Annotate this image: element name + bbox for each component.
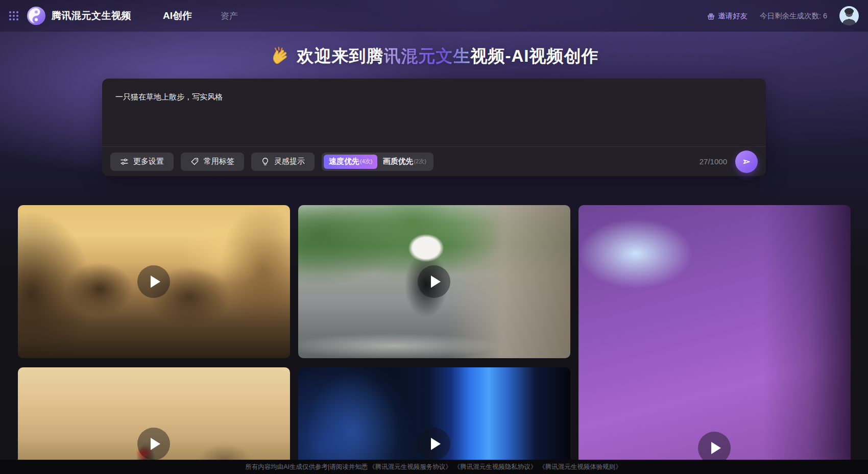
- composer-controls: 更多设置 常用标签 灵感提示: [102, 146, 766, 176]
- play-button[interactable]: [137, 428, 170, 460]
- user-avatar[interactable]: [839, 6, 859, 26]
- play-icon: [431, 276, 441, 288]
- gallery-column-1: [18, 205, 290, 474]
- common-tags-button[interactable]: 常用标签: [181, 153, 244, 171]
- play-icon: [151, 276, 160, 288]
- prompt-composer-panel: 一只猫在草地上散步，写实风格 更多设置 常用标签: [102, 79, 766, 176]
- nav-tabs: AI创作 资产: [163, 9, 238, 22]
- gift-icon: [707, 12, 715, 20]
- video-card-figure-room-girl[interactable]: [578, 205, 851, 474]
- video-card-panda-bicycle[interactable]: [298, 205, 570, 358]
- mode-quality-label: 画质优先: [382, 157, 413, 166]
- generation-mode-toggle: 速度优先 (4次) 画质优先 (2次): [322, 153, 433, 171]
- char-counter: 27/1000: [700, 157, 727, 166]
- footer-disclaimer: 所有内容均由AI生成仅供参考|请阅读并知悉 《腾讯混元生视频服务协议》 《腾讯混…: [0, 460, 868, 474]
- play-icon: [431, 438, 441, 450]
- play-overlay: [298, 367, 570, 474]
- invite-friends-button[interactable]: 邀请好友: [707, 11, 748, 21]
- title-suffix: 视频-AI视频创作: [471, 46, 599, 65]
- mode-speed-count: (4次): [360, 158, 372, 165]
- hero-title-row: 欢迎来到腾讯混元文生视频-AI视频创作: [0, 44, 868, 68]
- hunyuan-logo-icon: [27, 6, 46, 26]
- play-button[interactable]: [418, 428, 450, 460]
- title-prefix: 欢迎来到腾: [297, 46, 384, 65]
- clapping-hands-emoji-icon: [270, 46, 290, 66]
- navbar-right: 邀请好友 今日剩余生成次数: 6: [707, 6, 859, 26]
- gallery-column-3: [578, 205, 851, 474]
- app-title: 腾讯混元文生视频: [52, 9, 131, 22]
- navbar: 腾讯混元文生视频 AI创作 资产 邀请好友 今日剩余生成次数: 6: [0, 0, 868, 32]
- page: 腾讯混元文生视频 AI创作 资产 邀请好友 今日剩余生成次数: 6: [0, 0, 868, 474]
- inspiration-button[interactable]: 灵感提示: [251, 153, 315, 171]
- video-card-blue-face[interactable]: [298, 367, 570, 474]
- play-overlay: [18, 205, 290, 358]
- generate-send-button[interactable]: [735, 151, 758, 173]
- footer-link-privacy-agreement[interactable]: 《腾讯混元生视频隐私协议》: [454, 463, 537, 471]
- tab-ai-creation[interactable]: AI创作: [163, 9, 192, 22]
- play-button[interactable]: [418, 265, 450, 298]
- video-card-paris-cafe[interactable]: [18, 205, 290, 358]
- play-icon: [711, 442, 721, 454]
- video-gallery: [18, 205, 851, 474]
- video-card-penguin-scarf[interactable]: [18, 367, 290, 474]
- inspiration-label: 灵感提示: [274, 157, 305, 166]
- mode-quality-priority[interactable]: 画质优先 (2次): [377, 155, 431, 169]
- more-settings-button[interactable]: 更多设置: [110, 153, 174, 171]
- lightbulb-icon: [261, 157, 270, 166]
- play-overlay: [18, 367, 290, 474]
- play-icon: [151, 438, 160, 450]
- mode-speed-priority[interactable]: 速度优先 (4次): [324, 155, 377, 169]
- invite-friends-label: 邀请好友: [718, 11, 748, 21]
- more-settings-label: 更多设置: [133, 157, 164, 166]
- footer-link-experience-rules[interactable]: 《腾讯混元生视频体验规则》: [539, 463, 622, 471]
- title-highlight: 讯混元文生: [384, 46, 471, 65]
- mode-quality-count: (2次): [414, 158, 426, 165]
- prompt-input[interactable]: 一只猫在草地上散步，写实风格: [102, 79, 766, 146]
- footer-link-service-agreement[interactable]: 《腾讯混元生视频服务协议》: [369, 463, 452, 471]
- common-tags-label: 常用标签: [204, 157, 234, 166]
- daily-quota-text: 今日剩余生成次数: 6: [760, 11, 827, 21]
- page-title: 欢迎来到腾讯混元文生视频-AI视频创作: [297, 45, 599, 68]
- play-overlay: [298, 205, 570, 358]
- composer-right-controls: 27/1000: [700, 151, 758, 173]
- play-button[interactable]: [137, 265, 170, 298]
- send-arrow-icon: [741, 156, 752, 167]
- app-launcher-grid-icon[interactable]: [9, 11, 18, 20]
- mode-speed-label: 速度优先: [329, 157, 359, 166]
- footer-text: 所有内容均由AI生成仅供参考|请阅读并知悉: [245, 463, 368, 471]
- play-overlay: [578, 205, 851, 474]
- gallery-column-2: [298, 205, 570, 474]
- tag-icon: [190, 157, 199, 166]
- sliders-icon: [120, 157, 129, 166]
- tab-assets[interactable]: 资产: [221, 10, 238, 22]
